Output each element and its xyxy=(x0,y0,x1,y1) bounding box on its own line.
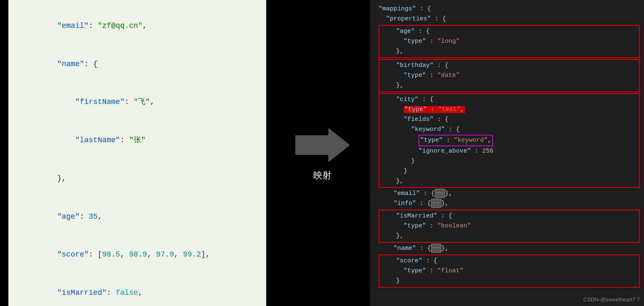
json-line-ismarried-type: "type" : "boolean" xyxy=(381,221,637,231)
json-line-keyword-close: } xyxy=(381,156,637,166)
name-collapsed: ←→ xyxy=(431,244,441,252)
svg-marker-0 xyxy=(295,128,349,162)
keyword-type-highlight: "type" : "keyword", xyxy=(419,135,493,146)
json-line-city-open: "city" : { xyxy=(381,95,637,105)
arrow-label: 映射 xyxy=(313,169,332,182)
json-line-mappings: "mappings" : { xyxy=(379,4,640,14)
code-line-email: "email": "zf@qq.cn", xyxy=(21,7,253,45)
code-line-name: "name": { xyxy=(21,45,253,83)
json-line-info: "info" : {←→}, xyxy=(379,199,640,209)
json-line-birthday-close: }, xyxy=(381,81,637,91)
json-line-ismarried-open: "isMarried" : { xyxy=(381,211,637,221)
json-line-age-type: "type" : "long" xyxy=(381,37,637,47)
json-line-birthday-type: "type" : "date" xyxy=(381,71,637,81)
json-line-birthday-open: "birthday" : { xyxy=(381,61,637,71)
json-line-age-open: "age" : { xyxy=(381,27,637,37)
json-line-keyword-type: "type" : "keyword", xyxy=(381,135,637,146)
json-line-fields: "fields" : { xyxy=(381,115,637,125)
ismarried-box: "isMarried" : { "type" : "boolean" }, xyxy=(379,210,640,243)
json-line-city-type: "type" : "text", xyxy=(381,105,637,115)
code-line-firstname: "firstName": "飞", xyxy=(21,83,253,121)
code-line-info: "info": "程序员Py", xyxy=(21,0,253,7)
json-line-score-type: "type" : "float" xyxy=(381,266,637,276)
birthday-box: "birthday" : { "type" : "date" }, xyxy=(379,59,640,92)
json-line-keyword: "keyword" : { xyxy=(381,125,637,135)
arrow-icon xyxy=(295,124,349,166)
watermark: CSDN-@sweetheart7 7 xyxy=(583,296,640,303)
code-line-age: "age": 35, xyxy=(21,197,253,236)
json-line-ismarried-close: }, xyxy=(381,231,637,241)
json-line-fields-close: } xyxy=(381,166,637,176)
code-line-name-close: }, xyxy=(21,159,253,197)
code-line-lastname: "lastName": "张" xyxy=(21,121,253,160)
city-box: "city" : { "type" : "text", "fields" : {… xyxy=(379,93,640,188)
json-line-properties: "properties" : { xyxy=(379,14,640,24)
json-line-score-open: "score" : { xyxy=(381,256,637,266)
right-panel: "mappings" : { "properties" : { "age" : … xyxy=(370,0,644,306)
age-box: "age" : { "type" : "long" }, xyxy=(379,25,640,58)
score-box: "score" : { "type" : "float" } xyxy=(379,254,640,288)
city-type-highlight: "type" : "text", xyxy=(404,106,465,113)
code-box: PUT /heima/_doc/2 { "info": "程序员Py", "em… xyxy=(8,0,266,306)
arrow-area: 映射 xyxy=(275,0,370,306)
left-panel: PUT /heima/_doc/2 { "info": "程序员Py", "em… xyxy=(0,0,275,306)
json-line-city-close: }, xyxy=(381,176,637,186)
json-code: "mappings" : { "properties" : { "age" : … xyxy=(379,4,640,288)
json-line-email: "email" : {←→}, xyxy=(379,189,640,199)
json-line-ignore-above: "ignore_above" : 256 xyxy=(381,146,637,156)
info-collapsed: ←→ xyxy=(431,199,441,207)
email-collapsed: ←→ xyxy=(435,189,445,197)
code-line-ismarried: "isMarried": false, xyxy=(21,274,253,306)
code-line-score: "score": [98.5, 98.9, 97.9, 99.2], xyxy=(21,236,253,274)
json-line-name: "name" : {←→}, xyxy=(379,244,640,254)
json-line-age-close: }, xyxy=(381,47,637,57)
json-line-score-close: } xyxy=(381,276,637,286)
